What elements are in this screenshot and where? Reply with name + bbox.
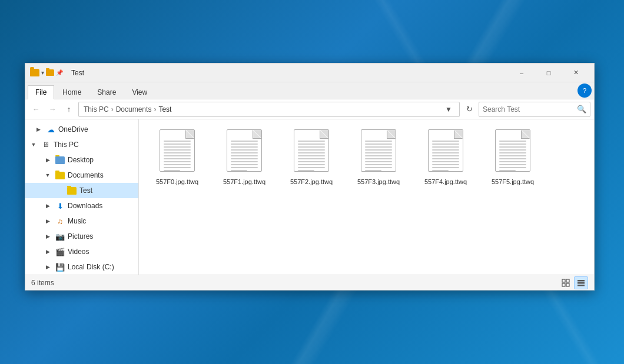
svg-rect-0 — [562, 279, 565, 282]
videos-icon: 🎬 — [55, 246, 65, 257]
sidebar-label-test: Test — [79, 186, 138, 195]
sidebar-item-music[interactable]: ▶ ♫ Music — [25, 213, 138, 229]
file-item-4[interactable]: 557F4.jpg.ttwq — [413, 125, 478, 190]
file-name-1: 557F1.jpg.ttwq — [223, 178, 265, 186]
content-area: 557F0.jpg.ttwq 557F1.jpg.ttwq — [139, 119, 594, 275]
file-icon-3 — [357, 129, 400, 174]
pc-icon: 🖥 — [41, 139, 51, 150]
minimize-button[interactable]: – — [508, 64, 535, 82]
refresh-button[interactable]: ↻ — [462, 102, 476, 116]
pictures-icon: 📷 — [55, 231, 65, 242]
status-bar: 6 items — [25, 275, 594, 290]
tab-view[interactable]: View — [124, 85, 155, 99]
svg-rect-4 — [577, 280, 585, 282]
up-button[interactable]: ↑ — [62, 102, 76, 116]
desktop-folder-icon — [55, 155, 65, 165]
search-icon[interactable]: 🔍 — [577, 105, 586, 113]
arrow-icon: ▶ — [43, 155, 52, 165]
window-folder-icon — [30, 69, 39, 76]
file-name-3: 557F3.jpg.ttwq — [357, 178, 400, 186]
file-name-4: 557F4.jpg.ttwq — [424, 178, 467, 186]
address-bar: ← → ↑ This PC › Documents › Test ▼ ↻ 🔍 — [25, 99, 594, 119]
onedrive-icon: ☁ — [45, 124, 56, 135]
arrow-icon: ▶ — [43, 262, 52, 272]
breadcrumb-dropdown-btn[interactable]: ▼ — [443, 102, 454, 117]
list-view-button[interactable] — [574, 276, 588, 289]
arrow-icon: ▶ — [34, 125, 43, 134]
close-button[interactable]: ✕ — [562, 64, 589, 82]
file-name-5: 557F5.jpg.ttwq — [492, 178, 534, 186]
sidebar-label-onedrive: OneDrive — [58, 125, 138, 133]
sidebar-label-pictures: Pictures — [68, 232, 138, 241]
sidebar-item-local-disk[interactable]: ▶ 💾 Local Disk (C:) — [25, 259, 138, 275]
svg-rect-2 — [562, 283, 565, 286]
svg-rect-3 — [566, 283, 569, 286]
sidebar-item-downloads[interactable]: ▶ ⬇ Downloads — [25, 198, 138, 213]
sidebar-label-local-disk: Local Disk (C:) — [68, 263, 138, 271]
breadcrumb-documents[interactable]: Documents — [116, 105, 152, 113]
file-icon-2 — [290, 129, 333, 174]
arrow-icon: ▶ — [43, 201, 52, 211]
help-button[interactable]: ? — [577, 84, 592, 98]
file-item-2[interactable]: 557F2.jpg.ttwq — [279, 125, 344, 190]
arrow-icon: ▼ — [29, 140, 38, 149]
breadcrumb-this-pc[interactable]: This PC — [84, 105, 109, 113]
documents-folder-icon — [55, 170, 65, 181]
file-icon-1 — [223, 129, 265, 174]
svg-rect-6 — [577, 285, 585, 286]
ribbon-tabs: File Home Share View ? — [25, 82, 594, 99]
file-item-5[interactable]: 557F5.jpg.ttwq — [480, 125, 545, 190]
ribbon: File Home Share View ? — [25, 82, 594, 99]
forward-button[interactable]: → — [45, 102, 59, 116]
file-item-1[interactable]: 557F1.jpg.ttwq — [212, 125, 277, 190]
sidebar-item-desktop[interactable]: ▶ Desktop — [25, 152, 138, 168]
sidebar-item-this-pc[interactable]: ▼ 🖥 This PC — [25, 137, 138, 152]
grid-view-button[interactable] — [559, 276, 573, 289]
explorer-window: ▾ 📌 Test – □ ✕ File Home Share View ? ← … — [25, 63, 595, 290]
svg-rect-1 — [566, 279, 569, 282]
sidebar-item-videos[interactable]: ▶ 🎬 Videos — [25, 244, 138, 259]
file-name-0: 557F0.jpg.ttwq — [156, 178, 198, 186]
sidebar-label-this-pc: This PC — [54, 141, 138, 149]
tab-file[interactable]: File — [28, 85, 54, 99]
sidebar-label-videos: Videos — [68, 248, 138, 256]
file-icon-0 — [156, 129, 198, 174]
tab-share[interactable]: Share — [89, 85, 124, 99]
file-item-3[interactable]: 557F3.jpg.ttwq — [346, 125, 411, 190]
breadcrumb-sep-2: › — [154, 105, 156, 113]
sidebar-label-desktop: Desktop — [68, 156, 138, 164]
tab-home[interactable]: Home — [55, 85, 89, 99]
search-bar: 🔍 — [479, 102, 590, 117]
svg-rect-5 — [577, 282, 585, 284]
sidebar-label-music: Music — [68, 217, 138, 225]
test-folder-icon — [67, 185, 77, 196]
downloads-icon: ⬇ — [55, 201, 65, 211]
sidebar-label-downloads: Downloads — [68, 202, 138, 210]
sidebar-item-onedrive[interactable]: ▶ ☁ OneDrive — [25, 122, 138, 137]
maximize-button[interactable]: □ — [535, 64, 562, 82]
file-icon-4 — [424, 129, 467, 174]
search-input[interactable] — [483, 105, 577, 113]
window-title: Test — [71, 69, 508, 77]
hdd-icon: 💾 — [55, 262, 65, 272]
breadcrumb-sep-1: › — [111, 105, 114, 113]
breadcrumb-bar[interactable]: This PC › Documents › Test ▼ — [78, 102, 460, 117]
item-count: 6 items — [31, 279, 54, 287]
window-controls: – □ ✕ — [508, 64, 589, 82]
file-name-2: 557F2.jpg.ttwq — [290, 178, 333, 186]
back-button[interactable]: ← — [29, 102, 43, 116]
sidebar-item-test[interactable]: Test — [25, 183, 138, 198]
file-icon-5 — [492, 129, 534, 174]
breadcrumb-test[interactable]: Test — [158, 105, 171, 113]
sidebar-item-pictures[interactable]: ▶ 📷 Pictures — [25, 229, 138, 244]
window-small-folder-icon — [46, 69, 54, 76]
view-toggles — [559, 276, 588, 289]
music-icon: ♫ — [55, 216, 65, 226]
sidebar: ▶ ☁ OneDrive ▼ 🖥 This PC ▶ Deskt — [25, 119, 139, 275]
sidebar-item-documents[interactable]: ▼ Documents — [25, 168, 138, 183]
title-pin-icon: 📌 — [56, 69, 63, 76]
file-item-0[interactable]: 557F0.jpg.ttwq — [145, 125, 210, 190]
arrow-icon: ▶ — [43, 232, 52, 241]
sidebar-label-documents: Documents — [68, 171, 138, 179]
main-area: ▶ ☁ OneDrive ▼ 🖥 This PC ▶ Deskt — [25, 119, 594, 275]
